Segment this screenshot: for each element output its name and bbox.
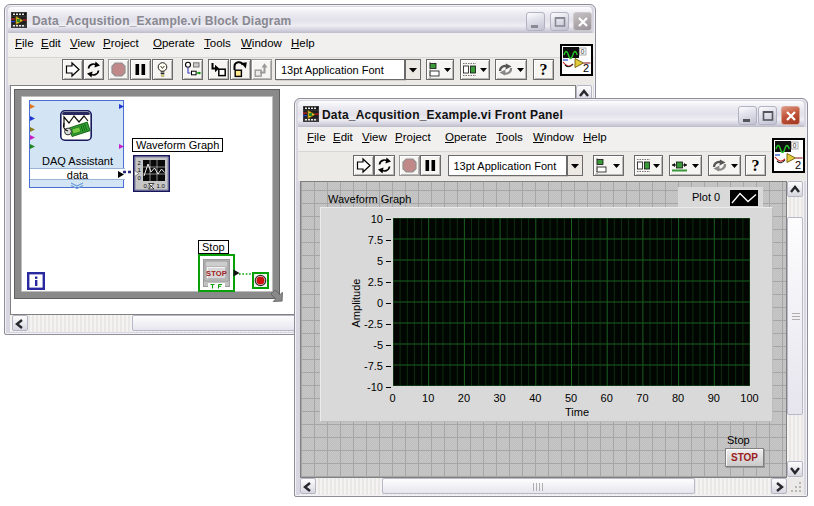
- svg-text:?: ?: [540, 61, 548, 78]
- svg-text:STOP: STOP: [206, 269, 227, 278]
- svg-text:2: 2: [583, 62, 589, 74]
- svg-text:2: 2: [795, 159, 801, 171]
- svg-text:1.0: 1.0: [157, 183, 166, 189]
- svg-text:0: 0: [581, 48, 585, 55]
- svg-text:0: 0: [793, 142, 797, 149]
- svg-text:?: ?: [752, 157, 760, 174]
